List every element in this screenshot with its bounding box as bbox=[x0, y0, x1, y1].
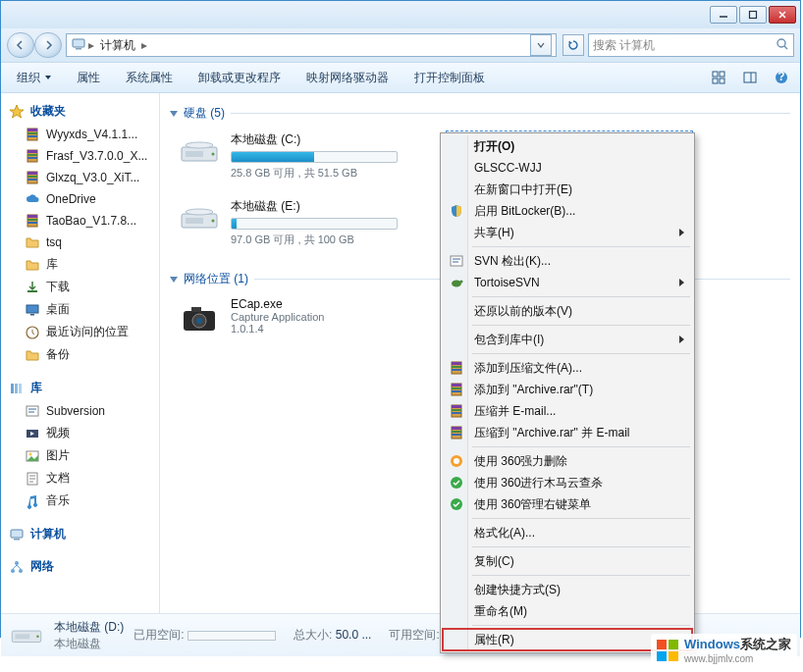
sidebar-item[interactable]: 最近访问的位置 bbox=[1, 321, 159, 343]
menu-item-label: 压缩到 "Archive.rar" 并 E-mail bbox=[474, 425, 630, 441]
help-button[interactable]: ? bbox=[769, 67, 794, 88]
menu-item[interactable]: 使用 360管理右键菜单 bbox=[443, 493, 692, 515]
search-box[interactable]: 搜索 计算机 bbox=[588, 33, 794, 57]
sidebar-item[interactable]: 视频 bbox=[1, 422, 159, 444]
menu-item[interactable]: 使用 360进行木马云查杀 bbox=[443, 472, 692, 493]
menu-item-label: TortoiseSVN bbox=[474, 276, 540, 289]
sidebar-item[interactable]: Frasf_V3.7.0.0_X... bbox=[1, 145, 159, 167]
submenu-arrow-icon bbox=[679, 279, 684, 286]
menu-item[interactable]: 打开(O) bbox=[443, 135, 692, 157]
menu-item[interactable]: 使用 360强力删除 bbox=[443, 450, 692, 472]
statusbar-subtitle: 本地磁盘 bbox=[54, 636, 124, 652]
organize-menu[interactable]: 组织 bbox=[7, 67, 61, 89]
sidebar-item[interactable]: tsq bbox=[1, 232, 159, 253]
toolbar: 组织 属性 系统属性 卸载或更改程序 映射网络驱动器 打开控制面板 ? bbox=[1, 62, 800, 93]
svg-point-73 bbox=[36, 635, 38, 637]
address-bar[interactable]: ▸ 计算机 ▸ bbox=[66, 33, 557, 57]
svg-rect-62 bbox=[186, 218, 203, 224]
sidebar-item[interactable]: 音乐 bbox=[1, 490, 159, 512]
sidebar-item[interactable]: Wyyxds_V4.1.1... bbox=[1, 124, 159, 145]
forward-button[interactable] bbox=[34, 32, 62, 58]
disk-icon bbox=[178, 131, 221, 175]
menu-item[interactable]: TortoiseSVN bbox=[443, 272, 692, 293]
sidebar: 收藏夹 Wyyxds_V4.1.1...Frasf_V3.7.0.0_X...G… bbox=[1, 93, 160, 613]
navbar: ▸ 计算机 ▸ 搜索 计算机 bbox=[1, 28, 800, 62]
menu-item[interactable]: 格式化(A)... bbox=[443, 522, 692, 543]
refresh-button[interactable] bbox=[562, 34, 584, 56]
menu-item[interactable]: 压缩到 "Archive.rar" 并 E-mail bbox=[443, 422, 692, 443]
back-button[interactable] bbox=[7, 32, 34, 58]
svg-rect-89 bbox=[452, 412, 461, 414]
svg-rect-32 bbox=[27, 290, 37, 292]
toolbar-map-drive[interactable]: 映射网络驱动器 bbox=[296, 67, 399, 89]
svg-rect-19 bbox=[27, 135, 37, 137]
svg-rect-47 bbox=[11, 530, 23, 538]
sidebar-item[interactable]: 图片 bbox=[1, 444, 159, 467]
minimize-button[interactable] bbox=[710, 6, 737, 24]
menu-item[interactable]: 在新窗口中打开(E) bbox=[443, 179, 692, 200]
menu-separator bbox=[472, 546, 690, 547]
svg-rect-22 bbox=[27, 154, 37, 156]
toolbar-properties[interactable]: 属性 bbox=[67, 67, 110, 89]
sidebar-item[interactable]: 下载 bbox=[1, 276, 159, 298]
preview-pane-button[interactable] bbox=[737, 67, 763, 88]
menu-item[interactable]: 共享(H) bbox=[443, 222, 692, 243]
360g-icon bbox=[449, 496, 464, 512]
view-mode-button[interactable] bbox=[706, 67, 731, 88]
maximize-button[interactable] bbox=[739, 6, 767, 24]
menu-item[interactable]: 重命名(M) bbox=[443, 600, 692, 622]
doc-icon bbox=[25, 471, 40, 487]
sidebar-item[interactable]: TaoBao_V1.7.8... bbox=[1, 210, 159, 232]
network-icon bbox=[9, 559, 25, 575]
sidebar-item-label: TaoBao_V1.7.8... bbox=[46, 214, 136, 228]
rar-icon bbox=[25, 213, 40, 229]
sidebar-item[interactable]: Glxzq_V3.0_XiT... bbox=[1, 167, 159, 188]
menu-item[interactable]: 包含到库中(I) bbox=[443, 329, 692, 350]
svg-rect-21 bbox=[27, 150, 37, 153]
sidebar-item-label: 库 bbox=[46, 256, 58, 273]
close-button[interactable] bbox=[769, 6, 796, 24]
sidebar-item-label: 文档 bbox=[46, 470, 70, 487]
music-icon bbox=[25, 493, 40, 509]
menu-item-label: 在新窗口中打开(E) bbox=[474, 181, 572, 198]
menu-item-label: 使用 360管理右键菜单 bbox=[474, 496, 591, 513]
sidebar-item-label: Wyyxds_V4.1.1... bbox=[46, 128, 137, 141]
sidebar-item[interactable]: 桌面 bbox=[1, 298, 159, 321]
menu-item[interactable]: 还原以前的版本(V) bbox=[443, 300, 692, 322]
menu-item[interactable]: 创建快捷方式(S) bbox=[443, 579, 692, 600]
sidebar-item[interactable]: Subversion bbox=[1, 400, 159, 422]
toolbar-system-properties[interactable]: 系统属性 bbox=[116, 67, 183, 89]
drives-group-header[interactable]: 硬盘 (5) bbox=[170, 99, 790, 126]
svg-rect-30 bbox=[27, 219, 37, 221]
svg-rect-5 bbox=[76, 48, 81, 50]
menu-item[interactable]: 复制(C) bbox=[443, 550, 692, 572]
menu-item[interactable]: 启用 BitLocker(B)... bbox=[443, 200, 692, 222]
breadcrumb[interactable]: 计算机 bbox=[96, 37, 139, 54]
sidebar-item[interactable]: 文档 bbox=[1, 467, 159, 490]
sidebar-item[interactable]: 库 bbox=[1, 253, 159, 276]
rar-icon bbox=[25, 127, 40, 142]
sidebar-item[interactable]: OneDrive bbox=[1, 188, 159, 210]
sidebar-libraries-header[interactable]: 库 bbox=[1, 376, 159, 400]
sidebar-item-label: Frasf_V3.7.0.0_X... bbox=[46, 149, 147, 163]
menu-item[interactable]: 添加到 "Archive.rar"(T) bbox=[443, 379, 692, 400]
drive-item[interactable]: 本地磁盘 (E:) 97.0 GB 可用 , 共 100 GB bbox=[178, 198, 423, 247]
toolbar-uninstall[interactable]: 卸载或更改程序 bbox=[188, 67, 291, 89]
toolbar-control-panel[interactable]: 打开控制面板 bbox=[404, 67, 495, 89]
sidebar-item[interactable]: 备份 bbox=[1, 343, 159, 366]
menu-item-label: 使用 360强力删除 bbox=[474, 453, 567, 470]
folder-icon bbox=[25, 234, 40, 250]
sidebar-computer-header[interactable]: 计算机 bbox=[1, 522, 159, 546]
menu-item[interactable]: 添加到压缩文件(A)... bbox=[443, 357, 692, 379]
statusbar-title: 本地磁盘 (D:) bbox=[54, 619, 124, 636]
sidebar-network-header[interactable]: 网络 bbox=[1, 554, 159, 579]
context-menu: 打开(O)GLSCC-WJJ在新窗口中打开(E)启用 BitLocker(B).… bbox=[440, 132, 695, 653]
menu-item[interactable]: GLSCC-WJJ bbox=[443, 157, 692, 179]
drive-item[interactable]: 本地磁盘 (C:) 25.8 GB 可用 , 共 51.5 GB bbox=[178, 131, 423, 181]
svg-point-61 bbox=[212, 220, 215, 223]
menu-item[interactable]: 压缩并 E-mail... bbox=[443, 400, 692, 422]
netloc-name: ECap.exe bbox=[231, 297, 324, 311]
address-dropdown-button[interactable] bbox=[530, 34, 552, 56]
menu-item[interactable]: SVN 检出(K)... bbox=[443, 250, 692, 272]
sidebar-favorites-header[interactable]: 收藏夹 bbox=[1, 99, 159, 124]
